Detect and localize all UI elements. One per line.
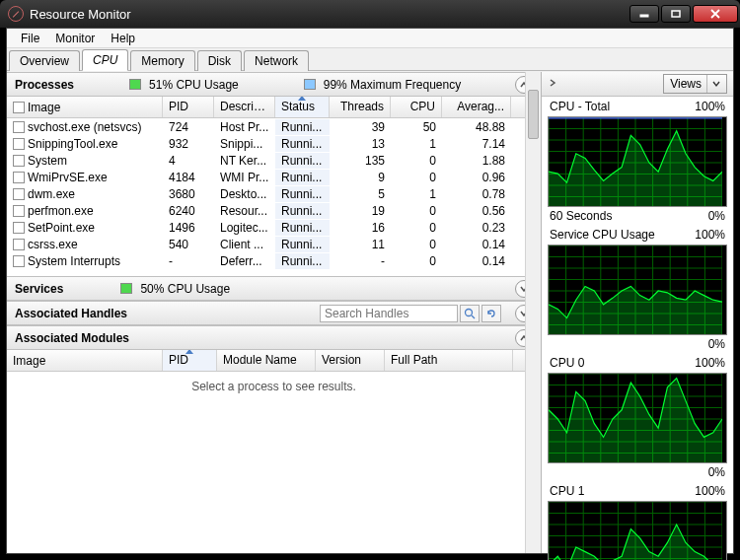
- maximize-button[interactable]: [661, 5, 691, 23]
- checkbox[interactable]: [13, 255, 25, 267]
- cell-status: Runni...: [275, 253, 330, 269]
- menu-file[interactable]: File: [13, 30, 47, 47]
- table-row[interactable]: System4NT Ker...Runni...13501.88: [7, 152, 541, 169]
- chart-title: CPU - Total: [550, 100, 610, 113]
- views-button[interactable]: Views: [663, 74, 727, 94]
- chart-min: 0%: [708, 209, 725, 223]
- checkbox[interactable]: [13, 102, 25, 113]
- tab-network[interactable]: Network: [244, 50, 309, 71]
- handles-header[interactable]: Associated Handles: [7, 301, 541, 325]
- table-row[interactable]: csrss.exe540Client ...Runni...1100.14: [7, 236, 541, 252]
- cell-pid: 4: [163, 153, 214, 169]
- checkbox[interactable]: [13, 155, 25, 167]
- table-row[interactable]: dwm.exe3680Deskto...Runni...510.78: [7, 185, 541, 202]
- services-header[interactable]: Services 50% CPU Usage: [7, 276, 541, 301]
- col-description[interactable]: Descrip...: [214, 97, 275, 117]
- table-row[interactable]: perfmon.exe6240Resour...Runni...1900.56: [7, 202, 541, 219]
- cell-cpu: 0: [391, 153, 442, 169]
- cpu-swatch-icon: [129, 79, 141, 90]
- menu-help[interactable]: Help: [103, 30, 143, 47]
- chart-min: 0%: [708, 465, 725, 479]
- tabstrip: Overview CPU Memory Disk Network: [7, 48, 733, 71]
- col-module-name[interactable]: Module Name: [217, 350, 316, 371]
- cell-pid: 6240: [163, 203, 214, 219]
- col-image[interactable]: Image: [7, 97, 163, 117]
- checkbox[interactable]: [13, 205, 25, 217]
- minimize-button[interactable]: [629, 5, 659, 23]
- checkbox[interactable]: [13, 222, 25, 234]
- checkbox[interactable]: [13, 172, 25, 183]
- cell-status: Runni...: [275, 170, 330, 185]
- menu-monitor[interactable]: Monitor: [47, 30, 103, 47]
- search-icon[interactable]: [460, 305, 480, 322]
- tab-overview[interactable]: Overview: [9, 50, 80, 71]
- chart-block: CPU 0100%0%: [542, 353, 733, 481]
- cell-cpu: 1: [391, 136, 442, 152]
- chart-title: Service CPU Usage: [550, 228, 655, 242]
- close-button[interactable]: [693, 5, 738, 23]
- checkbox[interactable]: [13, 239, 25, 250]
- tab-disk[interactable]: Disk: [197, 50, 242, 71]
- cell-desc: WMI Pr...: [214, 170, 275, 185]
- checkbox[interactable]: [13, 138, 25, 150]
- scrollbar[interactable]: [525, 72, 541, 553]
- cell-pid: 540: [163, 237, 214, 252]
- checkbox[interactable]: [13, 121, 25, 133]
- collapse-right-icon[interactable]: [548, 77, 557, 91]
- cell-status: Runni...: [275, 153, 330, 169]
- cell-threads: 16: [330, 220, 391, 236]
- table-row[interactable]: WmiPrvSE.exe4184WMI Pr...Runni...900.96: [7, 169, 541, 185]
- cell-status: Runni...: [275, 136, 330, 152]
- cell-avg: 0.78: [442, 186, 511, 202]
- right-panel: Views CPU - Total100%60 Seconds0%Service…: [542, 72, 733, 553]
- cell-avg: 48.88: [442, 119, 511, 135]
- col-full-path[interactable]: Full Path: [385, 350, 513, 371]
- cell-desc: Snippi...: [214, 136, 275, 152]
- cell-desc: Deskto...: [214, 186, 275, 202]
- table-row[interactable]: System Interrupts-Deferr...Runni...-00.1…: [7, 252, 541, 269]
- services-cpu-label: 50% CPU Usage: [140, 282, 230, 296]
- col-cpu[interactable]: CPU: [391, 97, 442, 117]
- modules-header[interactable]: Associated Modules: [7, 325, 541, 350]
- menubar: File Monitor Help: [7, 29, 733, 48]
- processes-header[interactable]: Processes 51% CPU Usage 99% Maximum Freq…: [7, 72, 541, 97]
- cell-desc: Deferr...: [214, 253, 275, 269]
- col-threads[interactable]: Threads: [330, 97, 391, 117]
- sort-asc-icon: [185, 350, 193, 354]
- checkbox[interactable]: [13, 188, 25, 200]
- table-row[interactable]: SetPoint.exe1496Logitec...Runni...1600.2…: [7, 219, 541, 236]
- col-pid[interactable]: PID: [163, 350, 217, 371]
- tab-cpu[interactable]: CPU: [82, 49, 128, 71]
- cell-pid: 1496: [163, 220, 214, 236]
- cell-threads: 135: [330, 153, 391, 169]
- col-status[interactable]: Status: [275, 97, 330, 117]
- col-pid[interactable]: PID: [163, 97, 214, 117]
- chart-max: 100%: [695, 484, 725, 498]
- cell-cpu: 0: [391, 220, 442, 236]
- col-average[interactable]: Averag...: [442, 97, 511, 117]
- refresh-icon[interactable]: [481, 305, 501, 322]
- titlebar[interactable]: Resource Monitor: [0, 0, 740, 28]
- col-image[interactable]: Image: [7, 350, 163, 371]
- scrollbar-thumb[interactable]: [528, 90, 539, 139]
- cell-avg: 7.14: [442, 136, 511, 152]
- table-row[interactable]: SnippingTool.exe932Snippi...Runni...1317…: [7, 135, 541, 152]
- cell-desc: Host Pr...: [214, 119, 275, 135]
- cell-avg: 0.14: [442, 237, 511, 252]
- tab-memory[interactable]: Memory: [130, 50, 194, 71]
- table-row[interactable]: svchost.exe (netsvcs)724Host Pr...Runni.…: [7, 118, 541, 135]
- cell-desc: Client ...: [214, 237, 275, 252]
- svg-rect-1: [672, 11, 680, 17]
- cpu-swatch-icon: [120, 283, 132, 294]
- svg-point-2: [466, 309, 473, 315]
- modules-empty-msg: Select a process to see results.: [7, 372, 541, 401]
- left-panel: Processes 51% CPU Usage 99% Maximum Freq…: [7, 72, 542, 553]
- cell-pid: 4184: [163, 170, 214, 185]
- chart-block: CPU - Total100%60 Seconds0%: [542, 97, 733, 225]
- search-handles-input[interactable]: [320, 305, 458, 322]
- app-icon: [8, 6, 24, 22]
- cell-cpu: 0: [391, 170, 442, 185]
- col-version[interactable]: Version: [316, 350, 385, 371]
- chart-max: 100%: [695, 228, 725, 242]
- cell-desc: Resour...: [214, 203, 275, 219]
